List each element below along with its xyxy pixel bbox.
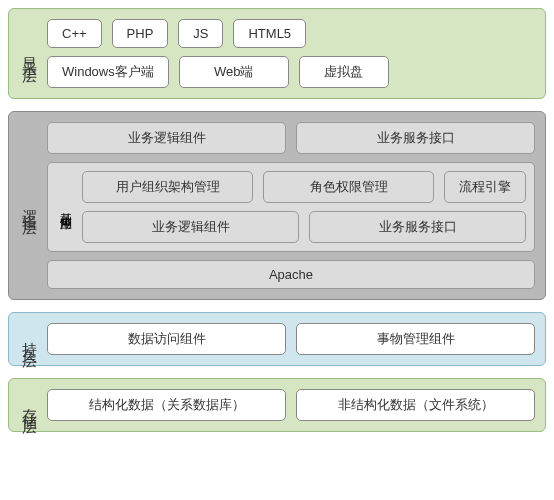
box-user-org-mgmt: 用户组织架构管理 bbox=[82, 171, 253, 203]
basic-app-content: 用户组织架构管理 角色权限管理 流程引擎 业务逻辑组件 业务服务接口 bbox=[82, 171, 526, 243]
display-row-2: Windows客户端 Web端 虚拟盘 bbox=[47, 56, 535, 88]
box-biz-service-interface-top: 业务服务接口 bbox=[296, 122, 535, 154]
box-workflow-engine: 流程引擎 bbox=[444, 171, 526, 203]
logic-layer-content: 业务逻辑组件 业务服务接口 基础应用 用户组织架构管理 角色权限管理 流程引擎 … bbox=[47, 122, 535, 289]
box-cpp: C++ bbox=[47, 19, 102, 48]
display-layer-title: 显示层 bbox=[15, 45, 39, 63]
logic-layer-title: 逻辑层 bbox=[15, 197, 39, 215]
box-web-client: Web端 bbox=[179, 56, 289, 88]
box-data-access-component: 数据访问组件 bbox=[47, 323, 286, 355]
box-structured-data: 结构化数据（关系数据库） bbox=[47, 389, 286, 421]
box-virtual-disk: 虚拟盘 bbox=[299, 56, 389, 88]
persist-layer-title: 持久层 bbox=[15, 330, 39, 348]
display-layer: 显示层 C++ PHP JS HTML5 Windows客户端 Web端 虚拟盘 bbox=[8, 8, 546, 99]
basic-app-row-2: 业务逻辑组件 业务服务接口 bbox=[82, 211, 526, 243]
persist-row: 数据访问组件 事物管理组件 bbox=[47, 323, 535, 355]
box-biz-logic-component-top: 业务逻辑组件 bbox=[47, 122, 286, 154]
box-biz-service-interface-inner: 业务服务接口 bbox=[309, 211, 526, 243]
box-biz-logic-component-inner: 业务逻辑组件 bbox=[82, 211, 299, 243]
display-row-1: C++ PHP JS HTML5 bbox=[47, 19, 535, 48]
storage-row: 结构化数据（关系数据库） 非结构化数据（文件系统） bbox=[47, 389, 535, 421]
basic-app-row-1: 用户组织架构管理 角色权限管理 流程引擎 bbox=[82, 171, 526, 203]
display-layer-content: C++ PHP JS HTML5 Windows客户端 Web端 虚拟盘 bbox=[47, 19, 535, 88]
box-unstructured-data: 非结构化数据（文件系统） bbox=[296, 389, 535, 421]
logic-top-row: 业务逻辑组件 业务服务接口 bbox=[47, 122, 535, 154]
logic-layer: 逻辑层 业务逻辑组件 业务服务接口 基础应用 用户组织架构管理 角色权限管理 流… bbox=[8, 111, 546, 300]
logic-bottom-row: Apache bbox=[47, 260, 535, 289]
storage-layer-content: 结构化数据（关系数据库） 非结构化数据（文件系统） bbox=[47, 389, 535, 421]
box-html5: HTML5 bbox=[233, 19, 306, 48]
box-windows-client: Windows客户端 bbox=[47, 56, 169, 88]
persist-layer-content: 数据访问组件 事物管理组件 bbox=[47, 323, 535, 355]
storage-layer: 存储层 结构化数据（关系数据库） 非结构化数据（文件系统） bbox=[8, 378, 546, 432]
box-php: PHP bbox=[112, 19, 169, 48]
box-role-permission-mgmt: 角色权限管理 bbox=[263, 171, 434, 203]
box-js: JS bbox=[178, 19, 223, 48]
storage-layer-title: 存储层 bbox=[15, 396, 39, 414]
box-apache: Apache bbox=[47, 260, 535, 289]
basic-app-title: 基础应用 bbox=[56, 203, 74, 211]
logic-basic-app-group: 基础应用 用户组织架构管理 角色权限管理 流程引擎 业务逻辑组件 业务服务接口 bbox=[47, 162, 535, 252]
box-transaction-mgmt-component: 事物管理组件 bbox=[296, 323, 535, 355]
persist-layer: 持久层 数据访问组件 事物管理组件 bbox=[8, 312, 546, 366]
